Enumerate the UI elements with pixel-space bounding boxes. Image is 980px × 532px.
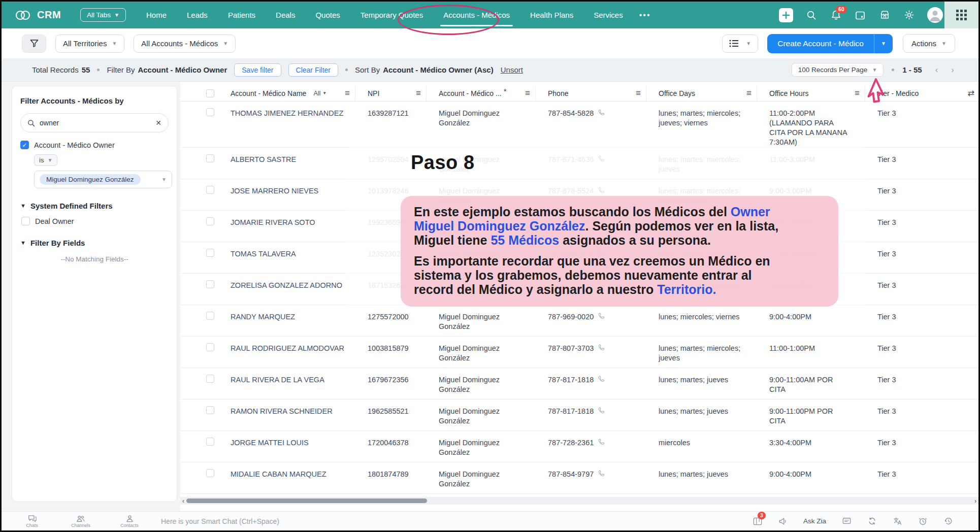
row-checkbox[interactable] bbox=[206, 108, 214, 116]
manage-columns-icon[interactable]: ⇄ bbox=[968, 88, 974, 98]
row-checkbox[interactable] bbox=[206, 469, 214, 477]
row-checkbox[interactable] bbox=[206, 375, 214, 383]
row-checkbox[interactable] bbox=[206, 154, 214, 162]
cell-name[interactable]: MIDALIE CABAN MARQUEZ bbox=[218, 462, 355, 493]
apps-grid-icon[interactable] bbox=[944, 2, 978, 28]
operator-dropdown[interactable]: is▼ bbox=[34, 154, 57, 166]
scroll-left-icon[interactable]: ‹ bbox=[182, 497, 184, 505]
feedback-icon[interactable] bbox=[841, 516, 852, 526]
column-menu-icon[interactable]: ≡ bbox=[345, 88, 350, 98]
row-checkbox[interactable] bbox=[206, 406, 214, 414]
row-checkbox[interactable] bbox=[206, 343, 214, 351]
column-menu-icon[interactable]: ≡ bbox=[525, 88, 530, 98]
records-per-page-dropdown[interactable]: 100 Records Per Page▼ bbox=[792, 63, 884, 77]
table-row[interactable]: JORGE MATTEI LOUIS1720046378Miguel Domin… bbox=[180, 431, 978, 462]
column-header-office-days[interactable]: Office Days≡ bbox=[646, 85, 757, 101]
filter-by-fields-section[interactable]: ▼Filter By Fields bbox=[20, 239, 169, 247]
row-checkbox[interactable] bbox=[206, 438, 214, 446]
smart-chat-prompt[interactable]: Here is your Smart Chat (Ctrl+Space) bbox=[161, 517, 279, 525]
phone-icon[interactable] bbox=[598, 249, 606, 257]
phone-icon[interactable] bbox=[598, 407, 606, 415]
tab-patients[interactable]: Patients bbox=[228, 2, 255, 28]
table-row[interactable]: JOSE MARRERO NIEVES1013978246Miguel Domi… bbox=[180, 179, 978, 211]
column-menu-icon[interactable]: ≡ bbox=[636, 88, 641, 98]
row-checkbox[interactable] bbox=[206, 217, 214, 225]
cell-name[interactable]: RAUL RIVERA DE LA VEGA bbox=[218, 368, 355, 399]
tab-quotes[interactable]: Quotes bbox=[315, 2, 340, 28]
activities-board-icon[interactable]: 3 bbox=[753, 516, 763, 526]
table-row[interactable]: ZORELISA GONZALEZ ADORNO1871532606Miguel… bbox=[180, 274, 978, 305]
table-row[interactable]: THOMAS JIMENEZ HERNANDEZ1639287121Miguel… bbox=[180, 102, 978, 148]
phone-icon[interactable] bbox=[598, 438, 606, 446]
deal-owner-checkbox[interactable] bbox=[21, 217, 30, 225]
cell-name[interactable]: JOSE MARRERO NIEVES bbox=[218, 179, 355, 210]
column-header-office-hours[interactable]: Office Hours≡ bbox=[757, 85, 865, 101]
phone-icon[interactable] bbox=[598, 186, 606, 194]
cell-name[interactable]: TOMAS TALAVERA bbox=[218, 242, 355, 273]
tab-temporary-quotes[interactable]: Temporary Quotes bbox=[361, 2, 423, 28]
tab-home[interactable]: Home bbox=[146, 2, 167, 28]
table-row[interactable]: RANDY MARQUEZ1275572000Miguel Dominguez … bbox=[180, 305, 978, 337]
save-filter-button[interactable]: Save filter bbox=[234, 63, 281, 77]
column-filter-all[interactable]: All▼ bbox=[313, 90, 326, 97]
search-icon[interactable] bbox=[805, 9, 818, 21]
tab-leads[interactable]: Leads bbox=[187, 2, 208, 28]
ask-zia-button[interactable]: Ask Zia bbox=[803, 517, 826, 525]
row-checkbox[interactable] bbox=[206, 312, 214, 320]
system-defined-filters-section[interactable]: ▼System Defined Filters bbox=[20, 202, 169, 210]
user-avatar[interactable] bbox=[927, 7, 943, 23]
marketplace-icon[interactable] bbox=[878, 9, 891, 21]
row-checkbox[interactable] bbox=[206, 249, 214, 257]
column-header-owner[interactable]: Account - Médico ...*≡ bbox=[427, 85, 536, 101]
table-row[interactable]: RAUL RIVERA DE LA VEGA1679672356Miguel D… bbox=[180, 368, 978, 400]
contacts-button[interactable]: Contacts bbox=[105, 515, 154, 528]
table-row[interactable]: TOMAS TALAVERA1235230277Miguel Dominguez… bbox=[180, 242, 978, 274]
quick-create-button[interactable] bbox=[779, 8, 793, 22]
unsort-link[interactable]: Unsort bbox=[501, 65, 523, 74]
sidebar-search[interactable]: ✕ bbox=[20, 113, 169, 132]
territories-dropdown[interactable]: All Territories▼ bbox=[55, 35, 124, 53]
row-checkbox[interactable] bbox=[206, 280, 214, 288]
column-header-name[interactable]: Account - Médico Name All▼ ≡ bbox=[218, 85, 355, 101]
cell-name[interactable]: RANDY MARQUEZ bbox=[218, 305, 355, 336]
history-icon[interactable] bbox=[943, 516, 953, 526]
horizontal-scrollbar[interactable]: ‹ › bbox=[180, 497, 978, 505]
tab-accounts-m-dicos[interactable]: Accounts - Médicos bbox=[443, 2, 510, 28]
create-split-caret[interactable]: ▼ bbox=[874, 34, 893, 53]
notifications-bell-icon[interactable]: 60 bbox=[830, 9, 842, 21]
scrollbar-thumb[interactable] bbox=[186, 498, 427, 503]
phone-icon[interactable] bbox=[598, 155, 606, 163]
next-page-button[interactable]: › bbox=[951, 65, 954, 75]
list-view-dropdown[interactable]: All Accounts - Médicos▼ bbox=[134, 35, 236, 53]
table-row[interactable]: RAUL RODRIGUEZ ALMODOVAR1003815879Miguel… bbox=[180, 337, 978, 368]
reminder-clock-icon[interactable] bbox=[918, 516, 928, 526]
calendar-icon[interactable] bbox=[854, 9, 866, 21]
phone-icon[interactable] bbox=[598, 344, 606, 352]
column-header-npi[interactable]: NPI≡ bbox=[355, 85, 427, 101]
sidebar-search-input[interactable] bbox=[40, 119, 151, 127]
create-account-medico-button[interactable]: Create Account - Médico ▼ bbox=[767, 34, 893, 53]
prev-page-button[interactable]: ‹ bbox=[935, 65, 938, 75]
table-row[interactable]: JOMARIE RIVERA SOTO1992365936Miguel Domi… bbox=[180, 211, 978, 242]
tab-services[interactable]: Services bbox=[594, 2, 623, 28]
phone-icon[interactable] bbox=[598, 470, 606, 478]
phone-icon[interactable] bbox=[598, 375, 606, 383]
view-style-button[interactable]: ▼ bbox=[722, 35, 758, 53]
all-tabs-dropdown[interactable]: All Tabs▼ bbox=[80, 8, 126, 22]
column-header-phone[interactable]: Phone≡ bbox=[536, 85, 646, 101]
row-checkbox[interactable] bbox=[206, 186, 214, 194]
actions-button[interactable]: Actions▼ bbox=[903, 34, 955, 53]
cell-name[interactable]: RAUL RODRIGUEZ ALMODOVAR bbox=[218, 337, 355, 368]
phone-icon[interactable] bbox=[598, 109, 606, 117]
phone-icon[interactable] bbox=[598, 218, 606, 226]
select-all-checkbox[interactable] bbox=[206, 89, 214, 97]
tab-deals[interactable]: Deals bbox=[276, 2, 295, 28]
filter-funnel-button[interactable] bbox=[22, 35, 46, 53]
table-row[interactable]: ALBERTO SASTRE1295702504Miguel Dominguez… bbox=[180, 148, 978, 179]
column-menu-icon[interactable]: ≡ bbox=[416, 88, 421, 98]
tab-health-plans[interactable]: Health Plans bbox=[530, 2, 573, 28]
announcement-icon[interactable] bbox=[778, 516, 788, 526]
column-header-tier[interactable]: Tier - Medico⇄ bbox=[865, 85, 980, 101]
clear-filter-button[interactable]: Clear Filter bbox=[288, 63, 338, 77]
cell-name[interactable]: JORGE MATTEI LOUIS bbox=[218, 431, 355, 462]
